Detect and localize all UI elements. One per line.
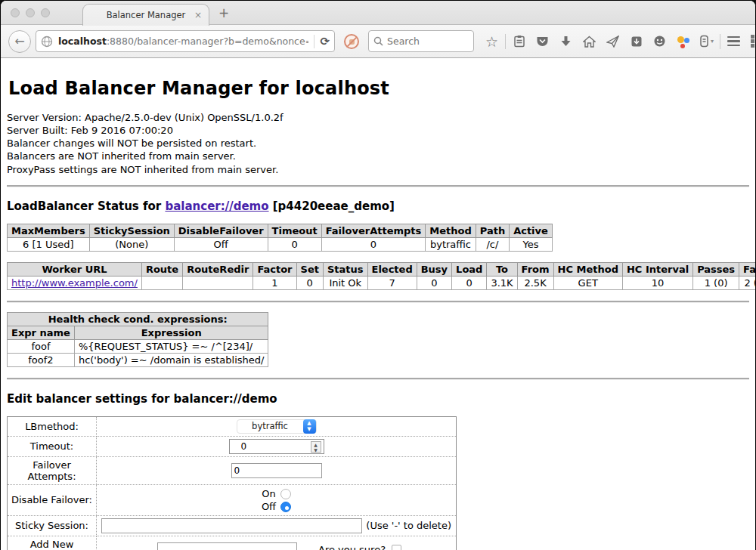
- sticky-session-hint: (Use '-' to delete): [366, 520, 453, 531]
- sticky-session-input[interactable]: [101, 518, 362, 533]
- disable-failover-row: Disable Failover: On Off: [8, 484, 457, 515]
- navigation-toolbar: ← localhost:8880/balancer-manager?b=demo…: [1, 25, 755, 58]
- smiley-icon: [653, 35, 666, 48]
- close-window-button[interactable]: [11, 8, 20, 17]
- worker-url-link[interactable]: http://www.example.com/: [11, 277, 138, 289]
- clipboard-icon: [513, 35, 525, 48]
- home-icon: [583, 36, 596, 48]
- timeout-input-wrap: ▲▼: [229, 439, 324, 454]
- server-version-line: Server Version: Apache/2.5.0-dev (Unix) …: [7, 111, 749, 124]
- save-box-icon: [631, 36, 643, 48]
- colors-extension-button[interactable]: [673, 31, 693, 51]
- edit-balancer-heading: Edit balancer settings for balancer://de…: [7, 392, 749, 406]
- back-arrow-icon: ←: [14, 34, 24, 48]
- url-divider: [314, 35, 314, 48]
- failover-off-radio[interactable]: [280, 502, 291, 512]
- bookmark-star-button[interactable]: ☆: [482, 31, 502, 51]
- search-bar[interactable]: [368, 30, 474, 52]
- disable-failover-label: Disable Failover:: [8, 484, 97, 515]
- failover-attempts-input[interactable]: [231, 463, 322, 478]
- table-header-row: MaxMembers StickySession DisableFailover…: [8, 224, 553, 237]
- toolbar-separator: [720, 34, 720, 49]
- add-worker-input[interactable]: [157, 542, 297, 550]
- page-title: Load Balancer Manager for localhost: [7, 58, 749, 111]
- noscript-extension-icon[interactable]: [344, 34, 359, 49]
- search-input[interactable]: [387, 36, 463, 47]
- failover-attempts-row: Failover Attempts:: [8, 456, 457, 484]
- search-icon: [373, 36, 383, 46]
- notice-line: Balancers are NOT inherited from main se…: [7, 150, 749, 162]
- chevron-down-icon: ▾: [711, 38, 714, 45]
- server-info: Server Version: Apache/2.5.0-dev (Unix) …: [7, 111, 749, 176]
- server-built-line: Server Built: Feb 9 2016 07:00:20: [7, 124, 749, 137]
- window-controls[interactable]: [11, 8, 50, 17]
- url-path: :8880/balancer-manager?b=demo&nonce=decc…: [107, 36, 309, 47]
- url-text[interactable]: localhost:8880/balancer-manager?b=demo&n…: [58, 36, 308, 47]
- are-you-sure-checkbox[interactable]: [392, 545, 401, 550]
- worker-table: Worker URL Route RouteRedir Factor Set S…: [7, 262, 755, 290]
- timeout-input[interactable]: [239, 440, 314, 453]
- globe-icon: [41, 36, 53, 48]
- menu-button[interactable]: [723, 31, 744, 51]
- chat-button[interactable]: [649, 31, 670, 51]
- select-stepper-icon: ▲▼: [303, 419, 316, 434]
- container-button[interactable]: ▾: [696, 31, 717, 51]
- back-button[interactable]: ←: [8, 30, 31, 53]
- sticky-session-label: Sticky Session:: [8, 515, 97, 536]
- table-row: foof2 hc('body') =~ /domain is establish…: [8, 353, 268, 366]
- divider: [7, 378, 749, 380]
- zoom-window-button[interactable]: [41, 8, 50, 17]
- edit-balancer-form: LBmethod: bytraffic ▲▼ Timeout: ▲▼: [7, 416, 457, 550]
- lbmethod-label: LBmethod:: [8, 416, 97, 436]
- timeout-label: Timeout:: [8, 436, 97, 456]
- bookmarks-menu-button[interactable]: [509, 31, 529, 51]
- divider: [7, 301, 749, 303]
- failover-attempts-label: Failover Attempts:: [8, 456, 97, 484]
- failover-on-radio[interactable]: [280, 489, 291, 499]
- browser-window: Balancer Manager × + ← localhost:8880/ba…: [0, 0, 756, 550]
- table-header-row: Worker URL Route RouteRedir Factor Set S…: [8, 262, 756, 276]
- send-tab-button[interactable]: [603, 31, 623, 51]
- table-row: foof %{REQUEST_STATUS} =~ /^[234]/: [8, 339, 268, 353]
- home-button[interactable]: [579, 31, 600, 51]
- notice-line: ProxyPass settings are NOT inherited fro…: [7, 163, 749, 176]
- reload-icon[interactable]: ⟳: [320, 35, 330, 48]
- notice-line: Balancer changes will NOT be persisted o…: [7, 137, 749, 150]
- tab-balancer-manager[interactable]: Balancer Manager ×: [82, 4, 209, 26]
- number-spinner-icon[interactable]: ▲▼: [311, 441, 321, 453]
- lbmethod-select[interactable]: bytraffic ▲▼: [237, 419, 317, 434]
- downloads-button[interactable]: [556, 31, 576, 51]
- star-icon: ☆: [485, 33, 498, 50]
- loadbalancer-status-heading: LoadBalancer Status for balancer://demo …: [7, 199, 749, 213]
- pocket-icon: [536, 36, 549, 48]
- off-label: Off: [262, 501, 276, 512]
- on-label: On: [262, 488, 275, 499]
- page-content: Load Balancer Manager for localhost Serv…: [1, 58, 755, 550]
- divider: [7, 185, 749, 187]
- sticky-session-row: Sticky Session: (Use '-' to delete): [8, 515, 457, 536]
- container-icon: [699, 35, 709, 48]
- colored-dots-icon: [677, 35, 690, 48]
- are-you-sure-label: Are you sure?: [318, 544, 386, 550]
- tab-title: Balancer Manager: [107, 10, 186, 20]
- new-tab-button[interactable]: +: [218, 5, 229, 20]
- health-check-table: Health check cond. expressions: Expr nam…: [7, 312, 268, 367]
- paper-plane-icon: [606, 36, 619, 48]
- table-header-row: Expr name Expression: [8, 326, 268, 339]
- balancer-demo-link[interactable]: balancer://demo: [165, 199, 268, 213]
- add-worker-row: Add New Worker: Are you sure?: [8, 536, 457, 550]
- grid-icon: [751, 35, 756, 48]
- toolbar-separator: [505, 34, 506, 49]
- balancer-status-table: MaxMembers StickySession DisableFailover…: [7, 224, 553, 252]
- worker-row: http://www.example.com/ 1 0 Init Ok 7 0 …: [8, 276, 756, 289]
- tab-close-icon[interactable]: ×: [194, 10, 202, 20]
- download-arrow-icon: [560, 36, 572, 48]
- minimize-window-button[interactable]: [26, 8, 35, 17]
- pocket-button[interactable]: [532, 31, 553, 51]
- hamburger-icon: [727, 36, 740, 47]
- url-bar[interactable]: localhost:8880/balancer-manager?b=demo&n…: [36, 30, 335, 52]
- screenshot-extension-button[interactable]: [747, 31, 756, 51]
- tab-bar: Balancer Manager × +: [1, 1, 755, 25]
- save-to-device-button[interactable]: [626, 31, 646, 51]
- add-worker-label: Add New Worker:: [8, 536, 97, 550]
